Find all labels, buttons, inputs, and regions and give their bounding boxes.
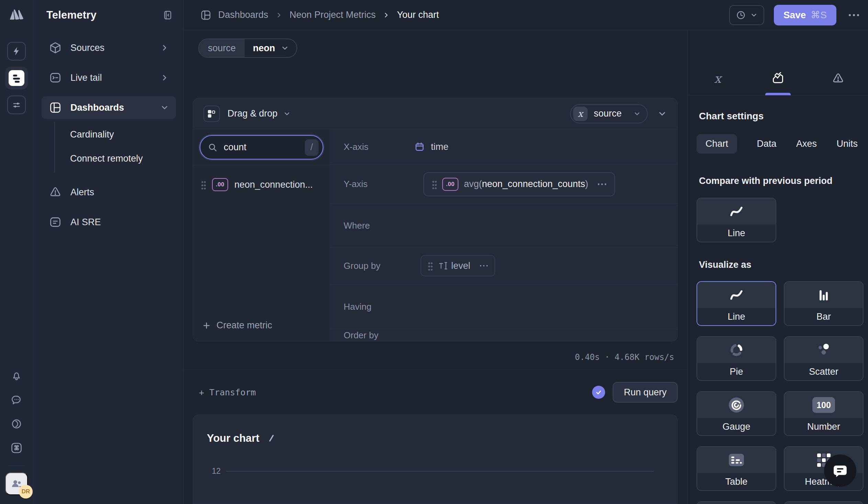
theme-button[interactable] xyxy=(9,416,24,432)
group-by-chip[interactable]: level xyxy=(421,255,495,276)
sidebar-item-label: Alerts xyxy=(71,187,94,198)
compare-options: Line xyxy=(696,198,862,243)
chart-preview-card: Your chart 12 xyxy=(193,415,678,504)
app-title: Telemetry xyxy=(46,9,96,21)
tab-chart[interactable]: Chart xyxy=(696,134,737,154)
having-row[interactable]: Having xyxy=(330,284,677,329)
sidebar-item-ai-sre[interactable]: AI SRE xyxy=(42,211,176,234)
active-tab-indicator xyxy=(765,93,791,95)
run-query-button[interactable]: Run query xyxy=(613,382,678,403)
chevron-down-icon xyxy=(281,44,289,52)
tab-data[interactable]: Data xyxy=(757,134,776,154)
area-chart-icon xyxy=(772,72,785,85)
notifications-button[interactable] xyxy=(9,368,24,384)
tab-axes[interactable]: Axes xyxy=(796,134,817,154)
numeric-metric-badge: .00 xyxy=(212,178,228,191)
viz-option-legend[interactable] xyxy=(696,501,776,504)
viz-option-number[interactable]: 100 Number xyxy=(784,391,864,436)
bell-icon xyxy=(11,370,22,382)
shortcuts-button[interactable] xyxy=(9,440,24,456)
drag-handle-icon[interactable] xyxy=(201,180,206,189)
aggregation-fn-open: avg( xyxy=(464,179,482,189)
y-axis-aggregation-chip[interactable]: .00 avg(neon_connection_counts) xyxy=(423,172,615,196)
numeric-metric-badge: .00 xyxy=(442,178,458,191)
tab-units[interactable]: Units xyxy=(836,134,858,154)
chip-menu-icon[interactable] xyxy=(597,183,607,186)
rail-settings-button[interactable] xyxy=(7,95,26,114)
source-filter[interactable]: source neon xyxy=(198,39,297,58)
terminal-icon xyxy=(49,72,62,84)
add-transform-button[interactable]: + Transform xyxy=(199,388,256,398)
metric-search-input[interactable]: count / xyxy=(200,135,323,160)
support-chat-button[interactable] xyxy=(824,454,856,487)
x-axis-value: time xyxy=(431,142,448,152)
topbar-actions: Save ⌘S xyxy=(729,5,862,25)
query-mode-selector[interactable]: Drag & drop xyxy=(220,108,291,119)
tab-variables[interactable]: x xyxy=(688,70,748,87)
breadcrumb-dashboards[interactable]: Dashboards xyxy=(218,10,268,20)
rail-flows-button[interactable] xyxy=(7,42,26,61)
create-metric-button[interactable]: Create metric xyxy=(193,320,330,341)
dashboard-grid-icon xyxy=(49,101,62,114)
sidebar-collapse-button[interactable] xyxy=(162,10,173,21)
drag-handle-icon[interactable] xyxy=(427,261,433,270)
user-avatar[interactable]: DR xyxy=(5,472,28,495)
chevron-right-icon xyxy=(382,11,390,19)
group-by-value: level xyxy=(451,260,471,271)
feedback-button[interactable] xyxy=(9,392,24,408)
more-menu-button[interactable] xyxy=(846,11,862,19)
y-axis-row: Y-axis .00 avg(neon_connection_counts) xyxy=(330,165,677,204)
text-field-icon xyxy=(438,261,449,270)
app-root: DR Telemetry xyxy=(0,0,868,504)
save-button[interactable]: Save ⌘S xyxy=(774,5,836,25)
ellipsis-icon xyxy=(848,13,860,17)
breadcrumb-dashboard-name[interactable]: Neon Project Metrics xyxy=(290,10,376,20)
workspace: Dashboards Neon Project Metrics Your cha… xyxy=(184,0,868,504)
sidebar-item-live-tail[interactable]: Live tail xyxy=(42,66,176,89)
warning-triangle-icon xyxy=(49,186,62,198)
panel-collapse-icon xyxy=(162,10,173,21)
metric-list: .00 neon_connection... xyxy=(193,165,330,320)
compare-option-line[interactable]: Line xyxy=(696,198,776,243)
filter-value-label: neon xyxy=(253,43,275,54)
chat-dots-icon xyxy=(11,394,22,406)
sidebar-item-alerts[interactable]: Alerts xyxy=(42,181,176,204)
tab-warnings[interactable] xyxy=(808,70,868,87)
drag-handle-icon[interactable] xyxy=(432,179,437,189)
time-range-button[interactable] xyxy=(729,5,764,25)
table-icon xyxy=(727,452,745,467)
drag-drop-mode-icon xyxy=(204,105,220,122)
viz-option-bar[interactable]: Bar xyxy=(784,281,864,326)
rail-logs-button[interactable] xyxy=(9,70,24,86)
gridline xyxy=(226,471,654,472)
sidebar-item-connect-remotely[interactable]: Connect remotely xyxy=(42,146,176,171)
tab-chart-settings[interactable] xyxy=(748,70,808,87)
chevron-down-icon xyxy=(633,110,641,117)
viz-option-scatter[interactable]: Scatter xyxy=(784,336,864,381)
order-by-row[interactable]: Order by xyxy=(330,329,677,341)
sidebar-item-cardinality[interactable]: Cardinality xyxy=(42,122,176,146)
sidebar-item-dashboards[interactable]: Dashboards xyxy=(42,96,176,119)
panel-body: Chart settings Chart Data Axes Units Com… xyxy=(688,95,868,504)
where-row[interactable]: Where xyxy=(330,204,677,248)
metric-list-item[interactable]: .00 neon_connection... xyxy=(193,174,330,196)
viz-option-label: Gauge xyxy=(697,418,776,435)
settings-title: Chart settings xyxy=(696,111,862,122)
x-field-selector[interactable]: x source xyxy=(570,104,648,123)
viz-option-line[interactable]: Line xyxy=(696,281,776,326)
x-axis-row[interactable]: X-axis xyxy=(330,129,677,165)
viz-option-text-style[interactable]: Aa xyxy=(784,501,864,504)
viz-option-table[interactable]: Table xyxy=(696,446,776,491)
viz-option-gauge[interactable]: Gauge xyxy=(696,391,776,436)
panel-tab-bar: x xyxy=(688,30,868,95)
sidebar-item-sources[interactable]: Sources xyxy=(42,37,176,59)
chevron-right-icon xyxy=(160,43,169,52)
edit-title-button[interactable] xyxy=(267,434,276,443)
chip-menu-icon[interactable] xyxy=(479,264,488,267)
metric-search-column: count / .00 neon_connection... xyxy=(193,129,330,341)
save-button-label: Save xyxy=(784,10,806,21)
viz-option-pie[interactable]: Pie xyxy=(696,336,776,381)
breadcrumb: Dashboards Neon Project Metrics Your cha… xyxy=(200,10,439,21)
main-content: source neon xyxy=(184,30,687,504)
builder-collapse-button[interactable] xyxy=(657,109,667,119)
